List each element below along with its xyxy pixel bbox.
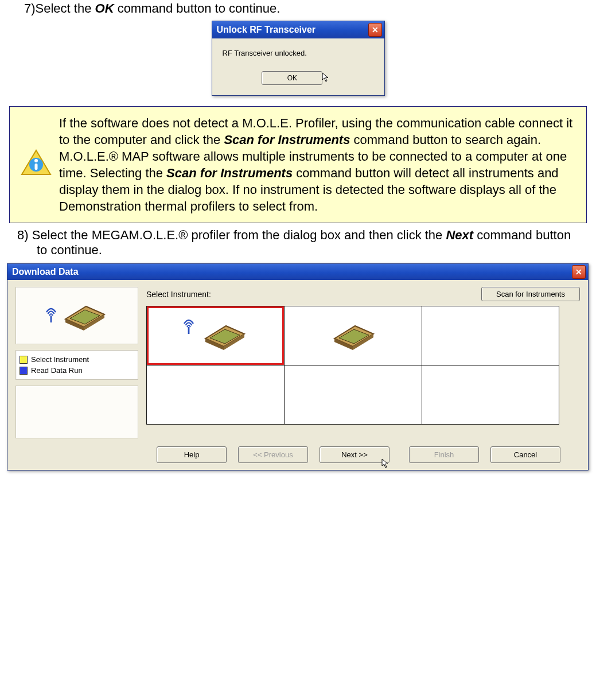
wizard-step-item: Select Instrument [20,354,134,365]
info-note-text: If the software does not detect a M.O.L.… [59,115,576,215]
unlock-dialog: Unlock RF Transceiver ✕ RF Transceiver u… [212,21,385,96]
unlock-dialog-title: Unlock RF Transceiver [217,25,316,35]
download-data-dialog: Download Data ✕ Select Inst [7,263,589,470]
instrument-grid [146,306,559,425]
close-icon[interactable]: ✕ [368,23,382,37]
previous-button: << Previous [238,446,308,463]
instrument-cell[interactable] [147,365,285,425]
instrument-cell[interactable] [422,365,559,425]
wizard-step-item: Read Data Run [20,365,134,376]
info-icon [20,149,52,181]
step-7-text: 7)Select the OK command button to contin… [24,1,589,16]
instrument-cell[interactable] [285,306,422,365]
cancel-button[interactable]: Cancel [490,446,560,463]
unlock-dialog-titlebar: Unlock RF Transceiver ✕ [212,21,384,38]
mouse-cursor-icon [381,458,389,469]
mouse-cursor-icon [322,72,330,83]
download-dialog-titlebar: Download Data ✕ [7,264,588,280]
wizard-header-image [15,287,138,344]
ok-button[interactable]: OK [262,71,322,85]
profiler-icon [60,300,109,332]
step-marker-icon [20,367,28,375]
wizard-preview-pane [15,386,138,438]
help-button[interactable]: Help [157,446,227,463]
profiler-icon [200,319,249,351]
svg-rect-8 [188,327,189,334]
unlock-dialog-message: RF Transceiver unlocked. [220,46,376,69]
wizard-button-bar: Help << Previous Next >> Finish Cancel [15,443,580,465]
next-button[interactable]: Next >> [320,446,389,463]
download-dialog-title: Download Data [12,267,79,277]
instrument-cell[interactable] [285,365,422,425]
step-8-text: 8) Select the MEGAM.O.L.E.® profiler fro… [37,228,589,258]
info-note: If the software does not detect a M.O.L.… [9,106,587,223]
svg-rect-3 [50,316,52,322]
rf-icon [182,319,195,335]
wizard-steps-list: Select Instrument Read Data Run [15,350,138,380]
close-icon[interactable]: ✕ [572,265,586,279]
instrument-cell[interactable] [422,306,559,365]
select-instrument-label: Select Instrument: [146,290,211,299]
svg-point-1 [34,159,38,162]
finish-button: Finish [409,446,479,463]
profiler-icon [329,319,378,351]
scan-for-instruments-button[interactable]: Scan for Instruments [481,287,580,301]
step-marker-icon [20,356,28,364]
svg-rect-2 [35,164,38,170]
instrument-cell-selected[interactable] [147,306,285,365]
